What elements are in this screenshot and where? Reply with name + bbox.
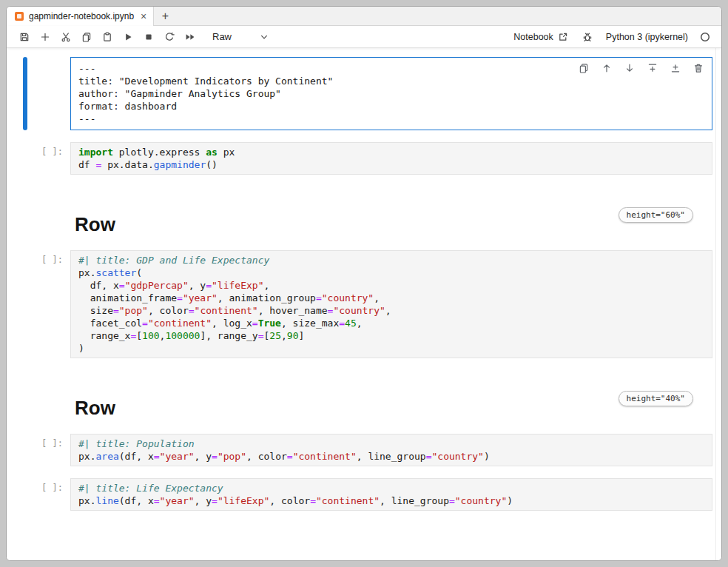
tab-notebook[interactable]: gapminder-notebook.ipynb ×	[7, 7, 154, 26]
kernel-name[interactable]: Python 3 (ipykernel)	[606, 32, 688, 42]
cell-prompt	[27, 398, 70, 417]
height-badge: height="40%"	[619, 391, 693, 406]
cell-content: #| title: GDP and Life Expectancypx.scat…	[70, 250, 712, 358]
notebook-cell-markdown[interactable]: height="60%"Row	[23, 187, 712, 238]
code-line: )	[78, 342, 704, 355]
code-line: author: "Gapminder Analytics Group"	[78, 87, 704, 100]
cell-prompt: [ ]:	[27, 250, 70, 358]
code-line: #| title: GDP and Life Expectancy	[78, 254, 704, 266]
save-button[interactable]	[14, 27, 35, 47]
cell-content: #| title: Life Expectancypx.line(df, x="…	[70, 478, 712, 511]
delete-icon[interactable]	[692, 62, 704, 74]
fast-forward-button[interactable]	[180, 27, 200, 47]
toolbar-right: Notebook Python 3 (ipykernel)	[513, 27, 714, 47]
notebook-cell-code[interactable]: [ ]:#| title: Life Expectancypx.line(df,…	[23, 478, 712, 511]
cell-content: height="40%"Row	[70, 398, 712, 417]
cut-icon	[60, 31, 72, 43]
chevron-down-icon	[258, 31, 270, 43]
cell-editor[interactable]: ---title: "Development Indicators by Con…	[70, 57, 712, 130]
cell-prompt	[27, 215, 70, 234]
fast-forward-icon	[184, 31, 196, 43]
notebook-toolbar: Raw Notebook Python 3 (ipykernel)	[7, 26, 721, 48]
code-line: title: "Development Indicators by Contin…	[78, 75, 704, 87]
cell-content: #| title: Populationpx.area(df, x="year"…	[70, 434, 712, 466]
cell-editor[interactable]: #| title: GDP and Life Expectancypx.scat…	[70, 250, 712, 358]
code-line: format: dashboard	[78, 100, 704, 113]
jupyterlab-window: gapminder-notebook.ipynb × + Raw Noteboo…	[6, 6, 722, 561]
cell-type-dropdown[interactable]: Raw	[212, 31, 270, 43]
code-line: animation_frame="year", animation_group=…	[78, 292, 704, 304]
cut-button[interactable]	[55, 27, 76, 47]
cell-content: height="60%"Row	[70, 215, 712, 234]
new-tab-button[interactable]: +	[154, 7, 176, 25]
insert-above-icon[interactable]	[647, 62, 658, 74]
tab-bar: gapminder-notebook.ipynb × +	[7, 7, 721, 26]
code-line: #| title: Population	[78, 437, 704, 450]
tab-title: gapminder-notebook.ipynb	[29, 11, 134, 21]
external-link-icon	[557, 31, 569, 43]
cell-prompt: [ ]:	[27, 434, 70, 466]
insert-below-icon[interactable]	[670, 62, 681, 74]
notebook-mode-label: Notebook	[513, 32, 553, 42]
restart-icon	[164, 31, 175, 43]
copy-icon	[81, 31, 92, 43]
move-up-icon[interactable]	[601, 62, 613, 74]
code-line: df = px.data.gapminder()	[78, 158, 704, 171]
code-line: #| title: Life Expectancy	[78, 482, 704, 494]
code-line: px.area(df, x="year", y="pop", color="co…	[78, 450, 704, 463]
cell-toolbar	[578, 62, 704, 74]
code-line: df, x="gdpPercap", y="lifeExp",	[78, 279, 704, 292]
run-icon	[122, 31, 134, 43]
copy-button[interactable]	[76, 27, 97, 47]
notebook-cell-code[interactable]: [ ]:#| title: Populationpx.area(df, x="y…	[23, 434, 712, 466]
paste-button[interactable]	[97, 27, 118, 47]
cell-prompt: [ ]:	[27, 142, 70, 175]
cell-editor[interactable]: #| title: Life Expectancypx.line(df, x="…	[70, 478, 712, 511]
code-line: px.line(df, x="year", y="lifeExp", color…	[78, 494, 704, 507]
height-badge: height="60%"	[619, 207, 693, 223]
add-icon	[39, 31, 51, 43]
cell-prompt	[27, 57, 70, 130]
notebook-cell-raw[interactable]: ---title: "Development Indicators by Con…	[23, 57, 712, 130]
notebook-area: ---title: "Development Indicators by Con…	[7, 48, 721, 560]
code-line: facet_col="continent", log_x=True, size_…	[78, 317, 704, 329]
kernel-status-icon	[699, 31, 711, 43]
code-line: import plotly.express as px	[78, 146, 704, 158]
code-line: range_x=[100,100000], range_y=[25,90]	[78, 329, 704, 342]
run-button[interactable]	[118, 27, 138, 47]
restart-button[interactable]	[159, 27, 180, 47]
notebook-cell-code[interactable]: [ ]:#| title: GDP and Life Expectancypx.…	[23, 250, 712, 358]
cell-editor[interactable]: import plotly.express as pxdf = px.data.…	[70, 142, 712, 175]
notebook-file-icon	[15, 12, 24, 21]
add-button[interactable]	[35, 27, 55, 47]
toolbar-buttons	[14, 27, 200, 47]
move-down-icon[interactable]	[624, 62, 636, 74]
debugger-bug-icon[interactable]	[580, 27, 595, 47]
notebook-cell-code[interactable]: [ ]:import plotly.express as pxdf = px.d…	[23, 142, 712, 175]
paste-icon	[101, 31, 113, 43]
duplicate-icon[interactable]	[578, 62, 590, 74]
stop-icon	[143, 31, 155, 43]
cell-content: import plotly.express as pxdf = px.data.…	[70, 142, 712, 175]
cell-type-value: Raw	[212, 31, 232, 42]
notebook-mode-button[interactable]: Notebook	[513, 31, 569, 43]
code-line: px.scatter(	[78, 266, 704, 279]
save-icon	[18, 31, 30, 43]
markdown-heading: Row	[75, 215, 712, 234]
cell-editor[interactable]: #| title: Populationpx.area(df, x="year"…	[70, 434, 712, 466]
cell-content: ---title: "Development Indicators by Con…	[70, 57, 712, 130]
stop-button[interactable]	[138, 27, 159, 47]
notebook-cell-markdown[interactable]: height="40%"Row	[23, 370, 712, 422]
tab-close-icon[interactable]: ×	[141, 11, 146, 21]
markdown-heading: Row	[75, 398, 712, 417]
code-line: size="pop", color="continent", hover_nam…	[78, 304, 704, 317]
code-line: ---	[78, 113, 704, 125]
cell-prompt: [ ]:	[27, 478, 70, 511]
